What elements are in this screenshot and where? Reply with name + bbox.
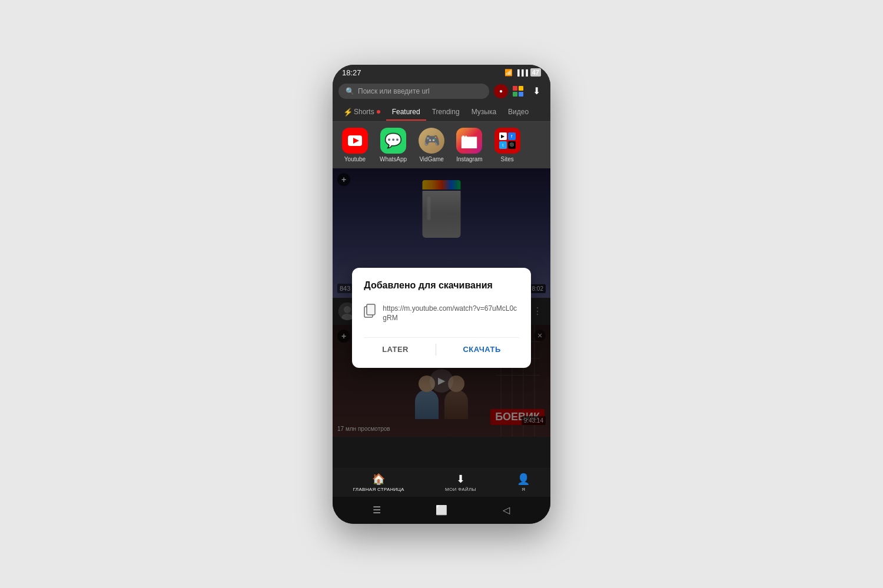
search-icon: 🔍 <box>346 87 354 95</box>
android-back-button[interactable]: ◁ <box>497 501 515 519</box>
app-icon-sites[interactable]: ▶ f t ⚫ Sites <box>494 128 520 162</box>
nav-profile-label: Я <box>522 487 525 492</box>
home-icon: 🏠 <box>372 473 385 486</box>
nav-tabs: ⚡ Shorts Featured Trending Музыка Видео <box>333 103 550 122</box>
modal-url: https://m.youtube.com/watch?v=67uMcL0cgR… <box>383 304 519 324</box>
app-sites-label: Sites <box>500 156 513 162</box>
svg-rect-13 <box>367 304 375 315</box>
tab-music[interactable]: Музыка <box>466 103 502 121</box>
app-icon-whatsapp[interactable]: 💬 WhatsApp <box>380 128 407 162</box>
app-whatsapp-label: WhatsApp <box>380 156 407 162</box>
app-instagram-label: Instagram <box>456 156 482 162</box>
nav-files[interactable]: ⬇ МОИ ФАЙЛЫ <box>445 473 476 492</box>
modal-overlay: Добавлено для скачивания https://m.youtu… <box>333 168 550 468</box>
download-icon[interactable]: ⬇ <box>528 83 545 99</box>
tab-trending-label: Trending <box>432 108 460 116</box>
tab-trending[interactable]: Trending <box>426 103 466 121</box>
later-button[interactable]: LATER <box>373 340 418 358</box>
download-dialog: Добавлено для скачивания https://m.youtu… <box>352 268 530 368</box>
android-nav-bar: ☰ ⬜ ◁ <box>333 497 550 524</box>
avatar-icon[interactable]: ● <box>494 84 508 98</box>
content-area: + 843 8:02 <box>333 168 550 468</box>
grid-icon[interactable] <box>513 86 523 97</box>
phone-frame: 18:27 📶 ▐▐▐ 47 🔍 Поиск или введите url ● <box>333 65 550 524</box>
modal-url-row: https://m.youtube.com/watch?v=67uMcL0cgR… <box>364 301 519 326</box>
tab-video-label: Видео <box>508 108 529 116</box>
toolbar-icons: ● ⬇ <box>494 83 545 99</box>
app-icon-vidgame[interactable]: 🎮 VidGame <box>419 128 444 162</box>
nav-profile[interactable]: 👤 Я <box>517 473 530 492</box>
tab-music-label: Музыка <box>472 108 496 116</box>
profile-icon: 👤 <box>517 473 530 486</box>
android-home-button[interactable]: ⬜ <box>433 501 450 519</box>
tab-shorts[interactable]: ⚡ Shorts <box>337 103 386 121</box>
nav-home-label: ГЛАВНАЯ СТРАНИЦА <box>353 487 404 492</box>
battery-icon: 47 <box>530 68 541 77</box>
signal-icon: ▐▐▐ <box>515 69 527 76</box>
phone-inner: 18:27 📶 ▐▐▐ 47 🔍 Поиск или введите url ● <box>333 65 550 524</box>
app-youtube-label: Youtube <box>344 156 366 162</box>
files-icon: ⬇ <box>456 473 465 486</box>
copy-icon[interactable] <box>364 304 377 323</box>
search-input-area[interactable]: 🔍 Поиск или введите url <box>338 84 489 99</box>
status-time: 18:27 <box>342 68 361 77</box>
app-icons-row: Youtube 💬 WhatsApp 🎮 VidGame 📷 Instagram <box>333 122 550 168</box>
android-menu-button[interactable]: ☰ <box>368 501 386 519</box>
tab-featured[interactable]: Featured <box>386 103 426 121</box>
tab-shorts-label: Shorts <box>354 108 374 116</box>
shorts-notification-badge <box>377 110 380 114</box>
search-bar: 🔍 Поиск или введите url ● ⬇ <box>333 79 550 103</box>
tab-video[interactable]: Видео <box>502 103 535 121</box>
status-icons: 📶 ▐▐▐ 47 <box>504 68 541 77</box>
bottom-nav: 🏠 ГЛАВНАЯ СТРАНИЦА ⬇ МОИ ФАЙЛЫ 👤 Я <box>333 468 550 497</box>
search-placeholder: Поиск или введите url <box>358 87 430 95</box>
modal-actions: LATER СКАЧАТЬ <box>364 337 519 358</box>
nav-files-label: МОИ ФАЙЛЫ <box>445 487 476 492</box>
modal-title: Добавлено для скачивания <box>364 280 519 292</box>
download-button[interactable]: СКАЧАТЬ <box>453 340 510 358</box>
app-vidgame-label: VidGame <box>419 156 444 162</box>
nav-home[interactable]: 🏠 ГЛАВНАЯ СТРАНИЦА <box>353 473 404 492</box>
app-icon-instagram[interactable]: 📷 Instagram <box>456 128 482 162</box>
tab-featured-label: Featured <box>392 108 420 116</box>
app-icon-youtube[interactable]: Youtube <box>342 128 368 162</box>
status-bar: 18:27 📶 ▐▐▐ 47 <box>333 65 550 79</box>
wifi-icon: 📶 <box>504 69 513 77</box>
